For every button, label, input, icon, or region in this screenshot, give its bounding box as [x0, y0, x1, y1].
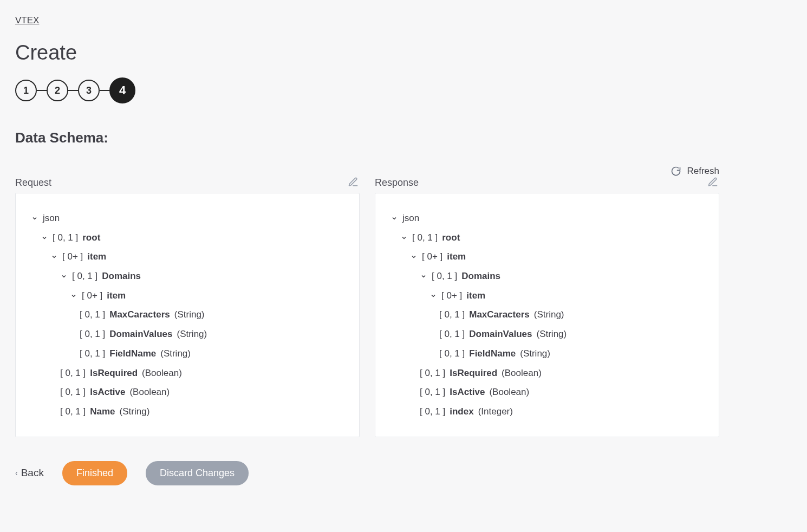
tree-cardinality: [ 0, 1 ] — [60, 402, 86, 421]
edit-response-icon[interactable] — [707, 177, 719, 189]
tree-leaf-index[interactable]: [ 0, 1 ] index (Integer) — [391, 402, 704, 421]
tree-cardinality: [ 0, 1 ] — [439, 305, 465, 325]
tree-node-item-inner[interactable]: [ 0+ ] item — [31, 286, 344, 306]
tree-cardinality: [ 0, 1 ] — [420, 382, 445, 402]
tree-cardinality: [ 0+ ] — [82, 286, 102, 306]
tree-label: FieldName — [469, 344, 516, 364]
tree-node-domains[interactable]: [ 0, 1 ] Domains — [31, 267, 344, 286]
chevron-down-icon[interactable] — [60, 273, 68, 280]
step-2[interactable]: 2 — [47, 80, 68, 101]
tree-leaf-isactive[interactable]: [ 0, 1 ] IsActive (Boolean) — [391, 382, 704, 402]
tree-cardinality: [ 0, 1 ] — [439, 344, 465, 364]
discard-button[interactable]: Discard Changes — [146, 461, 249, 485]
chevron-down-icon[interactable] — [410, 253, 418, 261]
tree-node-item-inner[interactable]: [ 0+ ] item — [391, 286, 704, 306]
tree-label: item — [447, 247, 466, 267]
tree-label: IsRequired — [90, 364, 138, 383]
tree-leaf-isrequired[interactable]: [ 0, 1 ] IsRequired (Boolean) — [31, 364, 344, 383]
chevron-down-icon[interactable] — [50, 253, 58, 261]
tree-label: MaxCaracters — [469, 305, 530, 325]
step-connector — [37, 90, 47, 91]
tree-leaf-name[interactable]: [ 0, 1 ] Name (String) — [31, 402, 344, 421]
tree-leaf-fieldname[interactable]: [ 0, 1 ] FieldName (String) — [31, 344, 344, 364]
tree-cardinality: [ 0, 1 ] — [420, 402, 445, 421]
step-4[interactable]: 4 — [109, 77, 135, 103]
tree-node-item[interactable]: [ 0+ ] item — [31, 247, 344, 267]
step-connector — [68, 90, 78, 91]
tree-type: (String) — [174, 305, 205, 325]
tree-node-json[interactable]: json — [31, 209, 344, 228]
tree-node-item[interactable]: [ 0+ ] item — [391, 247, 704, 267]
tree-cardinality: [ 0, 1 ] — [60, 364, 86, 383]
stepper: 1 2 3 4 — [15, 77, 792, 103]
tree-cardinality: [ 0+ ] — [422, 247, 442, 267]
tree-cardinality: [ 0, 1 ] — [420, 364, 445, 383]
tree-node-json[interactable]: json — [391, 209, 704, 228]
request-label: Request — [15, 177, 51, 189]
tree-cardinality: [ 0, 1 ] — [439, 325, 465, 344]
step-3[interactable]: 3 — [78, 80, 100, 101]
chevron-down-icon[interactable] — [70, 292, 77, 300]
tree-type: (Boolean) — [502, 364, 542, 383]
request-schema-card: json [ 0, 1 ] root [ 0+ ] item [ 0, 1 ] … — [15, 193, 360, 437]
tree-type: (String) — [534, 305, 564, 325]
tree-leaf-isrequired[interactable]: [ 0, 1 ] IsRequired (Boolean) — [391, 364, 704, 383]
chevron-down-icon[interactable] — [41, 234, 48, 242]
back-label: Back — [21, 467, 44, 479]
step-1[interactable]: 1 — [15, 80, 37, 101]
tree-cardinality: [ 0, 1 ] — [53, 228, 78, 248]
tree-leaf-maxcaracters[interactable]: [ 0, 1 ] MaxCaracters (String) — [391, 305, 704, 325]
tree-type: (Boolean) — [489, 382, 529, 402]
tree-leaf-fieldname[interactable]: [ 0, 1 ] FieldName (String) — [391, 344, 704, 364]
response-label: Response — [375, 177, 419, 189]
tree-label: item — [87, 247, 106, 267]
tree-type: (String) — [520, 344, 550, 364]
chevron-down-icon[interactable] — [420, 273, 427, 280]
chevron-down-icon[interactable] — [429, 292, 437, 300]
tree-label: json — [43, 209, 60, 228]
tree-cardinality: [ 0, 1 ] — [60, 382, 86, 402]
tree-cardinality: [ 0+ ] — [441, 286, 462, 306]
tree-label: root — [442, 228, 460, 248]
tree-label: IsActive — [90, 382, 125, 402]
tree-label: IsRequired — [450, 364, 497, 383]
tree-node-root[interactable]: [ 0, 1 ] root — [391, 228, 704, 248]
tree-type: (String) — [120, 402, 150, 421]
tree-label: json — [402, 209, 419, 228]
tree-cardinality: [ 0, 1 ] — [80, 325, 105, 344]
chevron-down-icon[interactable] — [400, 234, 408, 242]
tree-label: root — [82, 228, 100, 248]
chevron-down-icon[interactable] — [31, 215, 38, 222]
tree-leaf-maxcaracters[interactable]: [ 0, 1 ] MaxCaracters (String) — [31, 305, 344, 325]
tree-leaf-isactive[interactable]: [ 0, 1 ] IsActive (Boolean) — [31, 382, 344, 402]
tree-label: index — [450, 402, 473, 421]
tree-label: IsActive — [450, 382, 485, 402]
tree-type: (Boolean) — [129, 382, 170, 402]
tree-leaf-domainvalues[interactable]: [ 0, 1 ] DomainValues (String) — [31, 325, 344, 344]
tree-cardinality: [ 0, 1 ] — [80, 344, 105, 364]
tree-label: item — [466, 286, 485, 306]
tree-node-root[interactable]: [ 0, 1 ] root — [31, 228, 344, 248]
tree-cardinality: [ 0, 1 ] — [80, 305, 105, 325]
chevron-left-icon: ‹ — [15, 469, 18, 477]
breadcrumb[interactable]: VTEX — [15, 15, 792, 26]
chevron-down-icon[interactable] — [391, 215, 398, 222]
back-button[interactable]: ‹ Back — [15, 467, 44, 479]
tree-type: (String) — [160, 344, 191, 364]
tree-label: MaxCaracters — [109, 305, 170, 325]
tree-type: (String) — [536, 325, 567, 344]
tree-label: DomainValues — [109, 325, 172, 344]
tree-cardinality: [ 0, 1 ] — [432, 267, 457, 286]
tree-type: (Boolean) — [142, 364, 182, 383]
section-title: Data Schema: — [15, 129, 792, 146]
finished-button[interactable]: Finished — [62, 461, 127, 485]
tree-label: Domains — [102, 267, 141, 286]
tree-label: DomainValues — [469, 325, 532, 344]
tree-leaf-domainvalues[interactable]: [ 0, 1 ] DomainValues (String) — [391, 325, 704, 344]
tree-label: Name — [90, 402, 115, 421]
tree-cardinality: [ 0, 1 ] — [412, 228, 438, 248]
tree-cardinality: [ 0+ ] — [62, 247, 83, 267]
page-title: Create — [15, 41, 792, 64]
tree-node-domains[interactable]: [ 0, 1 ] Domains — [391, 267, 704, 286]
edit-request-icon[interactable] — [348, 177, 360, 189]
